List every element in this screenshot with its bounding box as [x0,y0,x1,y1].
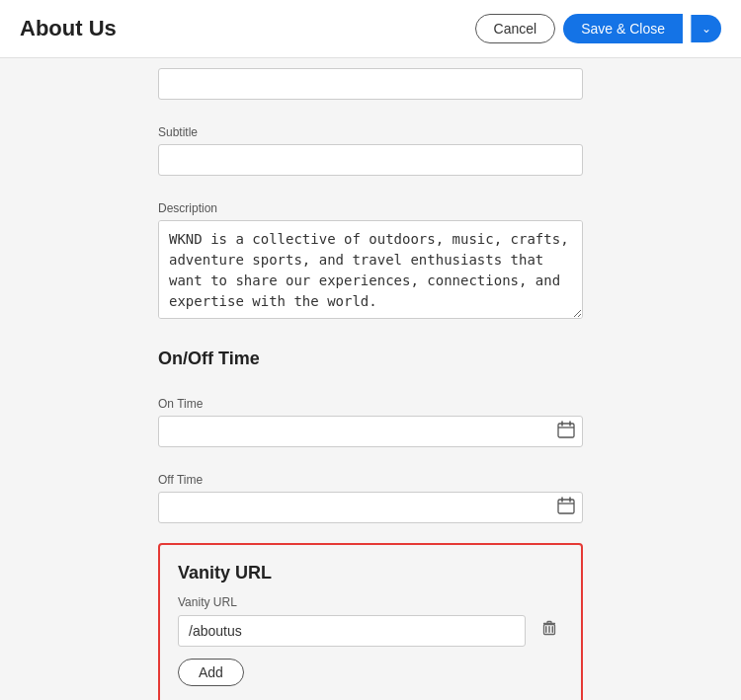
subtitle-section: Subtitle [158,108,583,184]
svg-rect-10 [552,626,554,633]
description-section: Description [158,184,583,331]
vanity-url-label: Vanity URL [178,595,563,609]
subtitle-input[interactable] [158,144,583,176]
off-time-label: Off Time [158,473,583,487]
svg-rect-8 [545,626,547,633]
save-dropdown-button[interactable]: ⌄ [691,15,721,42]
off-time-section: Off Time [158,455,583,531]
on-time-section: On Time [158,379,583,455]
vanity-url-section: Vanity URL Vanity URL Add Redirect Vanit… [158,543,583,700]
main-content: Subtitle Description On/Off Time On Time… [0,58,741,700]
page-title: About Us [20,16,117,41]
subtitle-label: Subtitle [158,125,583,139]
header: About Us Cancel Save & Close ⌄ [0,0,741,58]
vanity-url-input[interactable] [178,615,526,647]
on-time-label: On Time [158,397,583,411]
on-off-time-heading: On/Off Time [158,331,583,379]
top-partial-field [158,58,583,108]
vanity-url-heading: Vanity URL [178,563,563,595]
add-vanity-url-button[interactable]: Add [178,659,244,686]
off-time-input-wrap [158,492,583,523]
on-time-input[interactable] [158,416,583,447]
description-label: Description [158,201,583,215]
description-textarea[interactable] [158,220,583,319]
vanity-url-row [178,614,563,647]
top-partial-input[interactable] [158,68,583,100]
delete-vanity-url-icon[interactable] [535,614,563,647]
cancel-button[interactable]: Cancel [475,14,556,43]
svg-rect-9 [548,626,550,633]
header-actions: Cancel Save & Close ⌄ [475,14,721,43]
off-time-input[interactable] [158,492,583,523]
on-time-input-wrap [158,416,583,447]
save-close-button[interactable]: Save & Close [563,14,683,43]
